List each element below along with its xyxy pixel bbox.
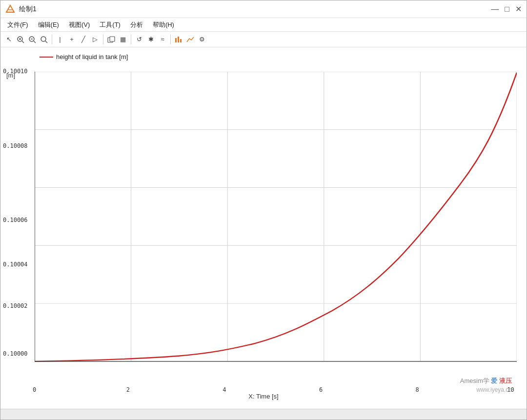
toolbar-zoom-region[interactable] (39, 34, 49, 45)
svg-line-10 (45, 41, 47, 43)
x-tick-4: 4 (223, 386, 226, 393)
toolbar-sep2 (103, 35, 103, 44)
svg-rect-12 (110, 37, 115, 41)
y-tick-3: 0.10006 (3, 217, 28, 223)
toolbar: ↖ | + ╱ ▷ (0, 32, 527, 47)
app-icon (5, 4, 15, 14)
toolbar-copy[interactable] (106, 34, 117, 45)
x-axis-label: X: Time [s] (248, 393, 278, 400)
menu-file[interactable]: 文件(F) (3, 20, 32, 30)
minimize-button[interactable]: — (491, 5, 499, 13)
toolbar-cursor[interactable]: | (55, 34, 65, 45)
chart-svg (35, 72, 517, 380)
watermark-url: www.iyeya.cn (460, 385, 512, 394)
x-tick-0: 0 (33, 386, 36, 393)
svg-line-7 (34, 41, 36, 43)
legend-line (40, 57, 53, 58)
maximize-button[interactable]: □ (505, 5, 509, 13)
y-tick-4: 0.10008 (3, 142, 28, 149)
watermark-ai: 爱 (491, 377, 497, 384)
chart-area: height of liquid in tank [m] [m] (0, 47, 527, 409)
svg-line-3 (22, 41, 24, 43)
toolbar-refresh[interactable]: ↺ (134, 34, 144, 45)
y-tick-2: 0.10004 (3, 261, 28, 268)
chart-curve (35, 73, 517, 361)
toolbar-select[interactable]: ↖ (3, 34, 14, 45)
status-bar (0, 409, 527, 420)
svg-point-9 (41, 37, 46, 41)
toolbar-zoom-in[interactable] (15, 34, 26, 45)
legend-label: height of liquid in tank [m] (56, 53, 128, 60)
title-bar: 绘制1 — □ ✕ (0, 0, 527, 18)
title-bar-controls: — □ ✕ (491, 5, 522, 13)
toolbar-sep4 (170, 35, 171, 44)
menu-analysis[interactable]: 分析 (126, 20, 147, 30)
svg-rect-14 (178, 37, 179, 42)
toolbar-approx[interactable]: ≈ (157, 34, 168, 45)
x-tick-6: 6 (319, 386, 323, 393)
toolbar-chart1[interactable] (173, 34, 184, 45)
toolbar-chart2[interactable] (185, 34, 196, 45)
watermark-amesim: Amesim学 (460, 377, 489, 384)
toolbar-crosshair[interactable]: + (66, 34, 77, 45)
menu-edit[interactable]: 编辑(E) (34, 20, 63, 30)
svg-rect-15 (180, 39, 182, 42)
toolbar-sep1 (52, 35, 52, 44)
x-tick-8: 8 (416, 386, 419, 393)
toolbar-grid[interactable]: ▦ (118, 34, 128, 45)
toolbar-sep3 (131, 35, 131, 44)
toolbar-play[interactable]: ▷ (90, 34, 101, 45)
toolbar-zoom-out[interactable] (27, 34, 38, 45)
main-window: 绘制1 — □ ✕ 文件(F) 编辑(E) 视图(V) 工具(T) 分析 帮助(… (0, 0, 527, 420)
svg-marker-0 (6, 5, 14, 12)
watermark: Amesim学 爱 液压 www.iyeya.cn (460, 376, 512, 395)
window-title: 绘制1 (19, 5, 37, 14)
y-tick-1: 0.10002 (3, 302, 28, 309)
close-button[interactable]: ✕ (515, 5, 522, 13)
chart-svg-container: 0.10010 0.10008 0.10006 0.10004 0.10002 … (35, 72, 517, 380)
toolbar-settings[interactable]: ✱ (145, 34, 156, 45)
title-bar-left: 绘制1 (5, 4, 37, 14)
y-tick-top: 0.10010 (3, 68, 28, 75)
x-tick-2: 2 (126, 386, 130, 393)
svg-rect-13 (175, 38, 177, 42)
menu-tools[interactable]: 工具(T) (96, 20, 124, 30)
menu-bar: 文件(F) 编辑(E) 视图(V) 工具(T) 分析 帮助(H) (0, 18, 527, 32)
menu-view[interactable]: 视图(V) (65, 20, 94, 30)
watermark-hydraulic: 液压 (499, 377, 512, 384)
toolbar-options[interactable]: ⚙ (197, 34, 207, 45)
toolbar-line[interactable]: ╱ (78, 34, 89, 45)
chart-legend: height of liquid in tank [m] (40, 53, 128, 60)
y-tick-0: 0.10000 (3, 350, 28, 357)
menu-help[interactable]: 帮助(H) (149, 20, 178, 30)
